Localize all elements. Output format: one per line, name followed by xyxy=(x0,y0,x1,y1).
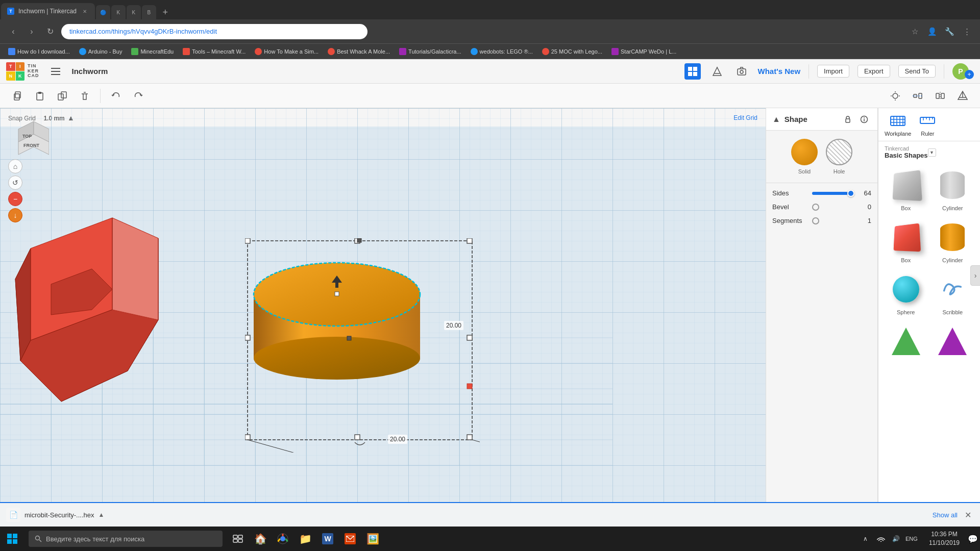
task-view-icon xyxy=(233,534,243,544)
forward-button[interactable]: › xyxy=(24,24,39,39)
project-name[interactable]: Inchworm xyxy=(72,67,108,76)
new-tab-button[interactable]: + xyxy=(158,5,173,19)
orbit-button[interactable]: ↺ xyxy=(8,176,22,190)
paste-button[interactable] xyxy=(31,87,49,105)
profile-icon[interactable]: 👤 xyxy=(925,24,939,39)
bookmark-1[interactable]: How do I download... xyxy=(4,45,74,58)
viewport[interactable]: 20.00 20.00 FRONT TOP ⌂ ↺ xyxy=(0,108,766,502)
bookmark-galactic[interactable]: Tutorials/Galacticra... xyxy=(395,45,465,58)
taskbar-home-button[interactable]: 🏠 xyxy=(249,527,272,551)
tab-close-button[interactable]: ✕ xyxy=(81,7,89,15)
show-all-button[interactable]: Show all xyxy=(933,511,958,519)
copy-button[interactable] xyxy=(8,87,27,105)
reload-button[interactable]: ↻ xyxy=(43,24,57,39)
tinkercad-logo[interactable]: T I N K TIN KER CAD xyxy=(6,62,39,81)
hole-label: Hole xyxy=(834,168,845,174)
tab-tinkercad[interactable]: T Inchworm | Tinkercad ✕ xyxy=(1,3,95,19)
tray-chevron-icon[interactable]: ∧ xyxy=(859,532,873,546)
panel-collapse-icon[interactable]: ▲ xyxy=(772,115,780,124)
sides-slider[interactable] xyxy=(812,192,853,195)
tray-volume-icon[interactable]: 🔊 xyxy=(889,532,903,546)
shape-item-cone-green[interactable] xyxy=(885,321,927,363)
send-to-button[interactable]: Send To xyxy=(898,65,936,78)
whats-new-button[interactable]: What's New xyxy=(758,67,801,76)
panel-toggle-button[interactable]: › xyxy=(970,265,980,286)
duplicate-button[interactable] xyxy=(53,87,71,105)
bookmark-mole[interactable]: Best Whack A Mole... xyxy=(324,45,394,58)
panel-lock-icon[interactable] xyxy=(841,112,855,127)
tab-label: Inchworm | Tinkercad xyxy=(18,8,77,15)
bookmark-tools[interactable]: Tools – Minecraft W... xyxy=(179,45,250,58)
group-button[interactable] xyxy=(953,87,972,105)
svg-rect-78 xyxy=(347,336,351,340)
menu-button[interactable] xyxy=(47,63,64,80)
download-chevron-icon[interactable]: ▲ xyxy=(99,511,105,518)
tab-4[interactable]: K xyxy=(127,5,141,19)
mirror-button[interactable] xyxy=(931,87,949,105)
bookmark-minecraft[interactable]: MinecraftEdu xyxy=(127,45,178,58)
bookmark-arduino[interactable]: Arduino - Buy xyxy=(75,45,127,58)
zoom-out-button[interactable]: ↓ xyxy=(8,208,22,222)
home-button[interactable]: ⌂ xyxy=(8,159,22,173)
task-view-button[interactable] xyxy=(227,527,249,551)
view-mode-button[interactable] xyxy=(709,63,725,80)
shape-item-box-gray[interactable]: Box xyxy=(885,165,927,213)
camera-button[interactable] xyxy=(733,63,750,80)
ruler-button[interactable]: Ruler xyxy=(919,112,936,137)
add-user-button[interactable]: + xyxy=(965,70,974,79)
taskbar-folder-button[interactable]: 📁 xyxy=(294,527,316,551)
taskbar-photos-button[interactable]: 🖼️ xyxy=(361,527,384,551)
bevel-radio[interactable] xyxy=(812,204,819,211)
bookmark-wedobots[interactable]: wedobots: LEGO ®... xyxy=(467,45,537,58)
shape-item-cylinder-gray[interactable]: Cylinder xyxy=(932,165,974,213)
panel-icons xyxy=(841,112,871,127)
org-label: Tinkercad xyxy=(885,145,928,152)
taskbar-clock[interactable]: 10:36 PM 11/10/2019 xyxy=(923,530,966,547)
workplane-label: Workplane xyxy=(885,131,911,137)
panel-info-icon[interactable] xyxy=(857,112,871,127)
light-button[interactable] xyxy=(886,87,904,105)
more-icon[interactable]: ⋮ xyxy=(960,24,974,39)
redo-button[interactable] xyxy=(129,87,148,105)
taskbar-mail-button[interactable] xyxy=(339,527,361,551)
undo-button[interactable] xyxy=(107,87,125,105)
download-close-button[interactable]: ✕ xyxy=(962,509,974,521)
view-cube-svg[interactable]: FRONT TOP xyxy=(8,116,49,157)
zoom-in-button[interactable]: − xyxy=(8,192,22,206)
tab-2[interactable]: 🔵 xyxy=(96,5,110,19)
bookmark-moc[interactable]: 25 MOC with Lego... xyxy=(538,45,606,58)
hole-icon xyxy=(826,139,852,165)
shape-item-box-red[interactable]: Box xyxy=(885,217,927,265)
shape-item-cone-purple[interactable] xyxy=(932,321,974,363)
grid-view-button[interactable] xyxy=(684,63,701,80)
lang-indicator[interactable]: ENG xyxy=(904,532,919,546)
cylinder-orange-label: Cylinder xyxy=(942,257,963,263)
taskbar-word-button[interactable]: W xyxy=(316,527,339,551)
hole-option[interactable]: Hole xyxy=(826,139,852,174)
taskbar-chrome-button[interactable] xyxy=(272,527,294,551)
solid-option[interactable]: Solid xyxy=(791,139,818,174)
workplane-button[interactable]: Workplane xyxy=(885,112,911,137)
segments-radio[interactable] xyxy=(812,217,819,224)
shape-item-sphere[interactable]: Sphere xyxy=(885,269,927,317)
category-dropdown[interactable]: ▼ xyxy=(928,148,936,157)
bookmark-starcamp[interactable]: StarCAMP WeDo | L... xyxy=(607,45,680,58)
taskbar-right: ∧ 🔊 ENG 10:36 PM 11/10/2019 💬 xyxy=(854,527,980,551)
export-button[interactable]: Export xyxy=(857,65,890,78)
shape-item-scribble[interactable]: Scribble xyxy=(932,269,974,317)
import-button[interactable]: Import xyxy=(817,65,849,78)
delete-button[interactable] xyxy=(76,87,94,105)
tab-3[interactable]: K xyxy=(111,5,126,19)
start-button[interactable] xyxy=(0,527,24,551)
bookmark-star-icon[interactable]: ☆ xyxy=(908,24,922,39)
taskbar-search[interactable]: Введите здесь текст для поиска xyxy=(29,531,223,547)
url-bar[interactable]: tinkercad.com/things/hVqvv4gDKrB-inchwor… xyxy=(61,24,368,39)
extension-icon[interactable]: 🔧 xyxy=(942,24,957,39)
notification-button[interactable]: 💬 xyxy=(966,527,980,551)
back-button[interactable]: ‹ xyxy=(6,24,20,39)
tray-network-icon[interactable] xyxy=(874,532,888,546)
shape-item-cylinder-orange[interactable]: Cylinder xyxy=(932,217,974,265)
align-button[interactable] xyxy=(909,87,927,105)
tab-5[interactable]: B xyxy=(142,5,156,19)
bookmark-sim[interactable]: How To Make a Sim... xyxy=(251,45,323,58)
